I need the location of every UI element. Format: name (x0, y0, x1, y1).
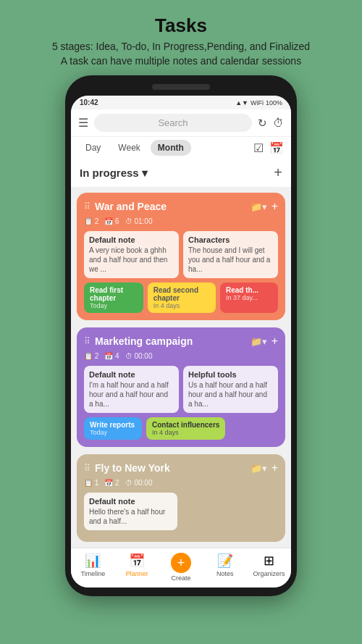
notes-row: Default note Hello there's a half hour a… (84, 493, 278, 530)
sessions-count: 📅 6 (104, 217, 119, 225)
subtask-contact-influencers[interactable]: Contact influencers In 4 days (146, 417, 225, 440)
nav-label: Timeline (81, 570, 106, 577)
subtask-read-first[interactable]: Read first chapter Today (84, 283, 143, 313)
bottom-nav: 📊 Timeline 📅 Planner + Create 📝 Notes ⊞ … (71, 548, 291, 587)
chevron-down-icon: ▾ (142, 167, 148, 180)
subtasks-row: Write reports Today Contact influencers … (84, 417, 278, 440)
note-text: I'm a half hour and a half hour and a ha… (89, 380, 174, 409)
subtask-label: Read th... (226, 286, 272, 294)
task-card-header: ⠿ Fly to New York 📁▾ + (84, 461, 278, 474)
subtask-label: Read second chapter (153, 286, 210, 302)
task-card-left: ⠿ Fly to New York (84, 462, 170, 474)
tab-month[interactable]: Month (151, 140, 191, 156)
task-card-right: 📁▾ + (251, 200, 278, 213)
task-card-header: ⠿ Marketing campaign 📁▾ + (84, 335, 278, 348)
menu-icon[interactable]: ☰ (78, 116, 88, 130)
notes-row: Default note I'm a half hour and a half … (84, 366, 278, 413)
page-header: Tasks 5 stages: Idea, To-do, In Progress… (41, 0, 321, 75)
note-text: The house and I will get you and a half … (188, 246, 273, 274)
app-bar-icons: ↻ ⏱ (258, 117, 284, 130)
add-to-task-icon[interactable]: + (272, 200, 278, 213)
task-title: Marketing campaign (95, 335, 193, 347)
task-card-fly-to-new-york[interactable]: ⠿ Fly to New York 📁▾ + 📋 1 📅 2 ⏱ 00:00 (77, 454, 285, 542)
section-add-button[interactable]: + (274, 164, 282, 181)
briefcase-icon: 📁▾ (251, 463, 267, 474)
nav-organizers[interactable]: ⊞ Organizers (247, 553, 291, 582)
phone-notch (152, 84, 210, 90)
wifi-icon: WiFi (251, 99, 264, 106)
subtasks-row: Read first chapter Today Read second cha… (84, 283, 278, 313)
subtask-date: In 4 days (153, 302, 210, 309)
calendar-icon[interactable]: 📅 (269, 141, 284, 155)
app-bar: ☰ Search ↻ ⏱ (71, 109, 291, 137)
nav-create[interactable]: + Create (159, 553, 203, 582)
nav-planner[interactable]: 📅 Planner (115, 553, 159, 582)
task-card-war-and-peace[interactable]: ⠿ War and Peace 📁▾ + 📋 2 📅 6 ⏱ 01:00 De (77, 193, 285, 320)
subtask-date: Today (90, 302, 138, 309)
sessions-count: 📅 2 (104, 479, 119, 487)
search-box[interactable]: Search (94, 114, 252, 132)
section-header: In progress ▾ + (71, 160, 291, 187)
note-title: Characters (188, 235, 273, 244)
subtask-read-third[interactable]: Read th... In 37 day... (220, 283, 278, 313)
task-card-left: ⠿ War and Peace (84, 201, 167, 212)
note-text: A very nice book a ghhh and a half hour … (89, 246, 174, 274)
subtask-label: Read first chapter (90, 286, 138, 302)
add-to-task-icon[interactable]: + (272, 335, 278, 348)
subtask-label: Contact influencers (152, 421, 219, 429)
checklist-icon[interactable]: ☑ (253, 141, 264, 155)
drag-handle-icon: ⠿ (84, 201, 90, 212)
task-card-marketing[interactable]: ⠿ Marketing campaign 📁▾ + 📋 2 📅 4 ⏱ 00:0… (77, 327, 285, 447)
add-to-task-icon[interactable]: + (272, 461, 278, 474)
section-title: In progress (80, 167, 139, 179)
tab-week[interactable]: Week (111, 140, 147, 156)
status-right: ▲▼ WiFi 100% (235, 99, 282, 106)
subtask-write-reports[interactable]: Write reports Today (84, 417, 142, 440)
subtask-read-second[interactable]: Read second chapter In 4 days (148, 283, 216, 313)
note-title: Default note (89, 235, 174, 244)
notes-row: Default note A very nice book a ghhh and… (84, 231, 278, 278)
page-subtitle: 5 stages: Idea, To-do, In Progress,Pendi… (52, 40, 310, 68)
note-text: Hello there's a half hour and a half... (89, 507, 172, 526)
task-title: Fly to New York (95, 462, 170, 474)
create-button[interactable]: + (171, 553, 191, 573)
notes-count: 📋 1 (84, 479, 98, 487)
organizers-icon: ⊞ (264, 553, 274, 569)
note-title: Default note (89, 497, 172, 506)
nav-label: Planner (126, 570, 148, 577)
briefcase-icon: 📁▾ (251, 201, 267, 212)
task-meta: 📋 1 📅 2 ⏱ 00:00 (84, 479, 278, 487)
note-card-helpful-tools[interactable]: Helpful tools Us a half hour and a half … (183, 366, 278, 413)
notes-count: 📋 2 (84, 217, 98, 225)
nav-label: Notes (216, 570, 234, 577)
task-card-left: ⠿ Marketing campaign (84, 335, 193, 347)
subtask-label: Write reports (90, 421, 136, 429)
status-bar: 10:42 ▲▼ WiFi 100% (71, 96, 291, 109)
note-card-characters[interactable]: Characters The house and I will get you … (183, 231, 278, 278)
phone-screen: 10:42 ▲▼ WiFi 100% ☰ Search ↻ ⏱ Day Week… (71, 96, 291, 587)
nav-timeline[interactable]: 📊 Timeline (71, 553, 115, 582)
tab-icons: ☑ 📅 (253, 141, 284, 155)
refresh-icon[interactable]: ↻ (258, 117, 267, 130)
tab-day[interactable]: Day (78, 140, 108, 156)
note-card-default[interactable]: Default note A very nice book a ghhh and… (84, 231, 179, 278)
notes-count: 📋 2 (84, 352, 98, 360)
time-count: ⏱ 00:00 (125, 352, 153, 360)
section-filter-button[interactable]: In progress ▾ (80, 167, 148, 180)
search-placeholder: Search (158, 117, 188, 128)
phone-shell: 10:42 ▲▼ WiFi 100% ☰ Search ↻ ⏱ Day Week… (65, 75, 297, 596)
task-meta: 📋 2 📅 4 ⏱ 00:00 (84, 352, 278, 360)
planner-icon: 📅 (129, 553, 145, 569)
subtask-date: In 37 day... (226, 294, 272, 301)
time-count: ⏱ 00:00 (125, 479, 153, 487)
briefcase-icon: 📁▾ (251, 336, 267, 347)
signal-icon: ▲▼ (235, 99, 248, 106)
battery-level: 100% (266, 99, 282, 106)
note-card-default[interactable]: Default note I'm a half hour and a half … (84, 366, 179, 413)
note-card-default[interactable]: Default note Hello there's a half hour a… (84, 493, 177, 530)
note-title: Default note (89, 370, 174, 379)
tab-row: Day Week Month ☑ 📅 (71, 137, 291, 160)
nav-notes[interactable]: 📝 Notes (203, 553, 247, 582)
task-card-header: ⠿ War and Peace 📁▾ + (84, 200, 278, 213)
timer-icon[interactable]: ⏱ (273, 117, 284, 129)
